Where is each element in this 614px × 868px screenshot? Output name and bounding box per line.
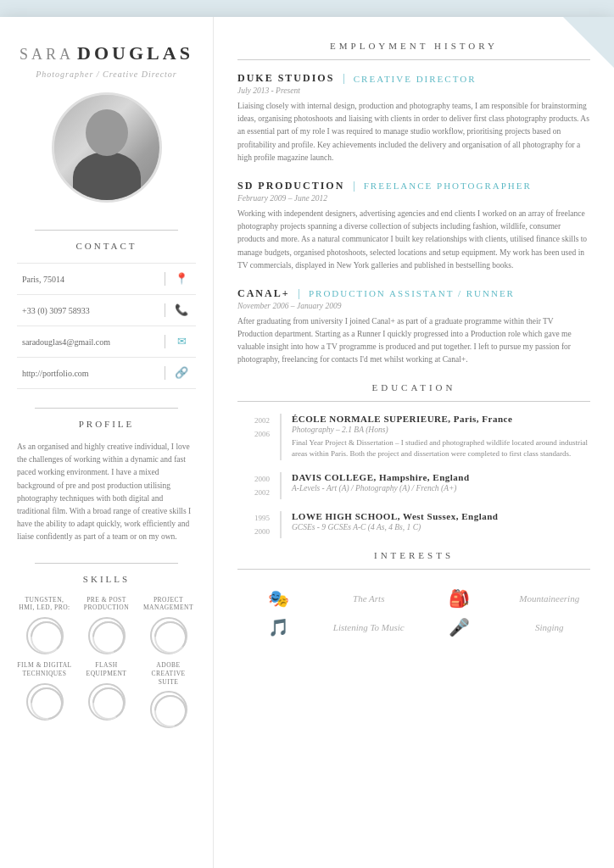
edu-ecole-degree: Photography – 2.1 BA (Hons) bbox=[292, 426, 590, 434]
contact-phone-text: +33 (0) 3097 58933 bbox=[22, 306, 158, 315]
job-duke-header: DUKE STUDIOS | CREATIVE DIRECTOR bbox=[237, 72, 590, 85]
v-divider bbox=[165, 335, 165, 348]
pipe-1: | bbox=[343, 72, 344, 85]
v-divider bbox=[165, 272, 165, 286]
arts-label: The Arts bbox=[353, 593, 384, 604]
contact-phone: +33 (0) 3097 58933 📞 bbox=[17, 295, 196, 326]
interests-grid: 🎭 The Arts 🎒 Mountaineering 🎵 bbox=[237, 581, 590, 644]
contact-address: Paris, 75014 📍 bbox=[17, 263, 196, 295]
dates-canal: November 2006 – January 2009 bbox=[237, 302, 590, 310]
contact-web-text: http://portfolio.com bbox=[22, 369, 158, 378]
education-divider bbox=[237, 401, 590, 402]
edu-ecole: 2002 2006 ÉCOLE NORMALE SUPERIEURE, Pari… bbox=[237, 414, 590, 460]
skill-circle-2 bbox=[88, 617, 126, 654]
job-canal-header: CANAL+ | PRODUCTION ASSISTANT / RUNNER bbox=[237, 287, 590, 300]
v-divider bbox=[165, 303, 165, 317]
desc-canal: After graduating from university I joine… bbox=[237, 315, 590, 367]
arts-icon: 🎭 bbox=[268, 588, 289, 609]
location-icon: 📍 bbox=[172, 270, 191, 288]
skills-grid: TUNGSTEN,HMI, LED, PRO: PRE & POSTPRODUC… bbox=[17, 596, 196, 729]
skill-adobe: ADOBE CREATIVESUITE bbox=[141, 661, 196, 728]
sidebar: SARA DOUGLAS Photographer / Creative Dir… bbox=[0, 17, 214, 868]
divider-3 bbox=[35, 563, 178, 564]
education-section: EDUCATION 2002 2006 ÉCOLE NORMALE SUPERI… bbox=[237, 382, 590, 539]
skill-film: FILM & DIGITALTECHNIQUES bbox=[17, 661, 72, 728]
profile-text: As an organised and highly creative indi… bbox=[17, 441, 196, 544]
music-icon: 🎵 bbox=[268, 617, 289, 637]
contact-email-text: saradouglas4@gmail.com bbox=[22, 337, 158, 347]
interest-mountain-label: Mountaineering bbox=[509, 593, 591, 604]
skill-circle-4 bbox=[26, 683, 64, 721]
name-block: SARA DOUGLAS bbox=[20, 42, 193, 64]
contact-email: saradouglas4@gmail.com ✉ bbox=[17, 326, 196, 358]
desc-sd: Working with independent designers, adve… bbox=[237, 208, 590, 272]
subtitle: Photographer / Creative Director bbox=[36, 70, 177, 79]
main-content: EMPLOYMENT HISTORY DUKE STUDIOS | CREATI… bbox=[214, 17, 614, 868]
edu-davis: 2000 2002 DAVIS COLLEGE, Hampshire, Engl… bbox=[237, 472, 590, 499]
edu-ecole-school: ÉCOLE NORMALE SUPERIEURE, Paris, France bbox=[292, 414, 590, 424]
dates-sd: February 2009 – June 2012 bbox=[237, 194, 590, 203]
edu-davis-school: DAVIS COLLEGE, Hampshire, England bbox=[292, 472, 590, 482]
edu-lowe-content: LOWE HIGH SCHOOL, West Sussex, England G… bbox=[280, 511, 590, 538]
name-first: SARA bbox=[20, 46, 74, 63]
dates-duke: July 2013 - Present bbox=[237, 86, 590, 95]
divider-1 bbox=[35, 230, 178, 231]
skill-label-5: FLASHEQUIPMENT bbox=[87, 661, 127, 678]
company-canal: CANAL+ bbox=[237, 287, 290, 300]
edu-ecole-years: 2002 2006 bbox=[237, 414, 270, 460]
employment-title: EMPLOYMENT HISTORY bbox=[237, 41, 590, 51]
interest-singing: 🎤 bbox=[418, 617, 500, 637]
skill-label-3: PROJECTMANAGEMENT bbox=[143, 596, 193, 613]
music-label: Listening To Music bbox=[333, 622, 405, 632]
singing-icon: 🎤 bbox=[449, 617, 470, 637]
title-duke: CREATIVE DIRECTOR bbox=[354, 74, 477, 84]
job-duke: DUKE STUDIOS | CREATIVE DIRECTOR July 20… bbox=[237, 72, 590, 164]
title-canal: PRODUCTION ASSISTANT / RUNNER bbox=[309, 288, 515, 298]
skill-circle-5 bbox=[88, 683, 126, 721]
contact-title: CONTACT bbox=[75, 241, 137, 251]
edu-lowe-school: LOWE HIGH SCHOOL, West Sussex, England bbox=[292, 511, 590, 521]
desc-duke: Liaising closely with internal design, p… bbox=[237, 100, 590, 164]
interest-music: 🎵 bbox=[237, 617, 320, 637]
skills-title: SKILLS bbox=[83, 574, 130, 584]
company-duke: DUKE STUDIOS bbox=[237, 72, 334, 85]
interest-singing-label: Singing bbox=[509, 622, 591, 632]
contact-web: http://portfolio.com 🔗 bbox=[17, 358, 196, 389]
contact-list: Paris, 75014 📍 +33 (0) 3097 58933 📞 sara… bbox=[17, 263, 196, 389]
edu-ecole-desc: Final Year Project & Dissertation – I st… bbox=[292, 437, 590, 460]
phone-icon: 📞 bbox=[172, 301, 191, 320]
contact-address-text: Paris, 75014 bbox=[22, 275, 158, 284]
email-icon: ✉ bbox=[172, 332, 191, 351]
skill-label-2: PRE & POSTPRODUCTION bbox=[84, 596, 129, 613]
employment-section: EMPLOYMENT HISTORY DUKE STUDIOS | CREATI… bbox=[237, 41, 590, 367]
skill-prepost: PRE & POSTPRODUCTION bbox=[79, 596, 134, 655]
interest-mountain: 🎒 bbox=[418, 588, 500, 609]
job-canal: CANAL+ | PRODUCTION ASSISTANT / RUNNER N… bbox=[237, 287, 590, 367]
pipe-3: | bbox=[299, 287, 300, 300]
name-last: DOUGLAS bbox=[77, 42, 193, 64]
company-sd: SD PRODUCTION bbox=[237, 180, 344, 192]
skill-circle-1 bbox=[26, 617, 64, 654]
divider-2 bbox=[35, 408, 178, 409]
edu-lowe-years: 1995 2000 bbox=[237, 511, 270, 538]
employment-divider bbox=[237, 59, 590, 60]
edu-lowe: 1995 2000 LOWE HIGH SCHOOL, West Sussex,… bbox=[237, 511, 590, 538]
avatar bbox=[52, 92, 162, 203]
interest-arts-label: The Arts bbox=[328, 593, 410, 604]
interests-divider bbox=[237, 569, 590, 570]
skill-circle-6 bbox=[150, 691, 187, 728]
skill-project: PROJECTMANAGEMENT bbox=[141, 596, 196, 655]
interest-music-label: Listening To Music bbox=[328, 622, 410, 632]
edu-davis-years: 2000 2002 bbox=[237, 472, 270, 499]
link-icon: 🔗 bbox=[172, 364, 191, 382]
job-sd-header: SD PRODUCTION | FREELANCE PHOTOGRAPHER bbox=[237, 180, 590, 192]
mountain-label: Mountaineering bbox=[519, 593, 579, 604]
title-sd: FREELANCE PHOTOGRAPHER bbox=[364, 181, 532, 191]
edu-davis-degree: A-Levels - Art (A) / Photography (A) / F… bbox=[292, 484, 590, 492]
edu-ecole-content: ÉCOLE NORMALE SUPERIEURE, Paris, France … bbox=[280, 414, 590, 460]
edu-lowe-degree: GCSEs - 9 GCSEs A-C (4 As, 4 Bs, 1 C) bbox=[292, 523, 590, 531]
skill-label-1: TUNGSTEN,HMI, LED, PRO: bbox=[19, 596, 70, 613]
education-title: EDUCATION bbox=[237, 382, 590, 392]
profile-title: PROFILE bbox=[79, 419, 135, 429]
pipe-2: | bbox=[353, 180, 354, 192]
